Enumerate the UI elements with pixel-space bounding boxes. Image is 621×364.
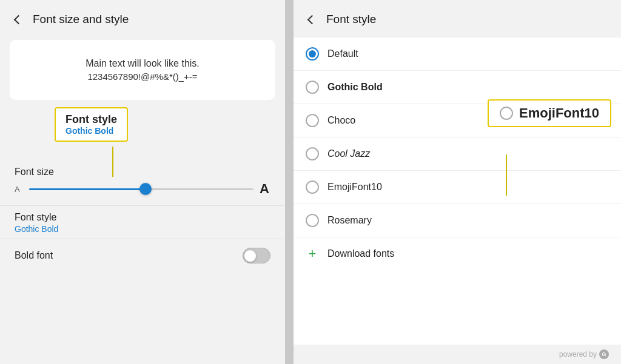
toggle-knob [244,250,257,262]
font-style-callout-wrapper: Font style Gothic Bold [0,107,285,162]
radio-gothic-bold [306,81,319,94]
emoji-callout-box: EmojiFont10 [488,99,611,127]
font-name-gothic-bold: Gothic Bold [327,82,383,93]
font-style-setting[interactable]: Font style Gothic Bold [0,206,285,239]
right-back-button[interactable] [303,11,320,28]
emoji-callout-radio-icon [500,107,513,120]
right-back-arrow-icon [307,15,317,24]
radio-default [306,47,319,61]
font-option-cool-jazz[interactable]: Cool Jazz [294,137,621,171]
bold-font-setting: Bold font [0,239,285,272]
font-size-slider-track[interactable] [29,188,253,190]
font-size-slider-row: A A [15,181,270,197]
font-options-list: Default Gothic Bold Choco EmojiFont10 Co… [294,38,621,345]
callout-value: Gothic Bold [65,126,117,136]
radio-inner-default [309,50,316,58]
font-name-rosemary: Rosemary [327,215,372,226]
left-back-button[interactable] [10,11,27,28]
font-option-choco[interactable]: Choco EmojiFont10 [294,104,621,137]
right-header: Font style [294,0,621,35]
font-size-setting: Font size A A [0,162,285,206]
slider-small-a: A [15,185,23,194]
text-preview-box: Main text will look like this. 123456789… [10,40,275,100]
slider-fill [29,188,146,190]
font-style-callout-box: Font style Gothic Bold [55,107,128,142]
radio-rosemary [306,214,319,227]
font-name-choco: Choco [327,115,355,126]
slider-large-a: A [260,181,270,197]
left-header: Font size and style [0,0,285,35]
radio-choco [306,114,319,127]
preview-line1: Main text will look like this. [22,58,263,69]
callout-connector-line [112,147,113,177]
preview-line2: 1234567890!@#%&*()_+-= [22,71,263,82]
callout-pointer-line [506,154,507,196]
radio-emojifont10 [306,180,319,194]
right-panel: Font style Default Gothic Bold Choco Emo… [294,0,621,364]
right-panel-title: Font style [326,13,376,26]
powered-by-icon: G [599,349,609,359]
font-option-default[interactable]: Default [294,38,621,71]
powered-by-row: powered by G [294,345,621,364]
panel-divider [285,0,294,364]
bold-font-toggle[interactable] [243,248,270,263]
emoji-callout-text: EmojiFont10 [519,105,599,121]
callout-title: Font style [65,113,117,126]
download-fonts-label: Download fonts [327,248,394,259]
radio-cool-jazz [306,147,319,160]
plus-icon: + [306,247,319,260]
font-style-row-value: Gothic Bold [15,224,270,234]
slider-thumb[interactable] [139,183,152,195]
download-fonts-row[interactable]: + Download fonts [294,237,621,270]
left-panel: Font size and style Main text will look … [0,0,285,364]
font-name-cool-jazz: Cool Jazz [327,148,370,159]
font-option-emojifont10[interactable]: EmojiFont10 [294,171,621,204]
font-size-label: Font size [15,167,54,177]
font-style-row-label: Font style [15,212,270,223]
font-name-default: Default [327,48,358,59]
powered-by-label: powered by [559,350,597,359]
left-panel-title: Font size and style [33,13,129,26]
bold-font-label: Bold font [15,250,53,261]
font-name-emojifont10: EmojiFont10 [327,182,382,193]
left-back-arrow-icon [13,15,23,24]
font-option-rosemary[interactable]: Rosemary [294,204,621,237]
